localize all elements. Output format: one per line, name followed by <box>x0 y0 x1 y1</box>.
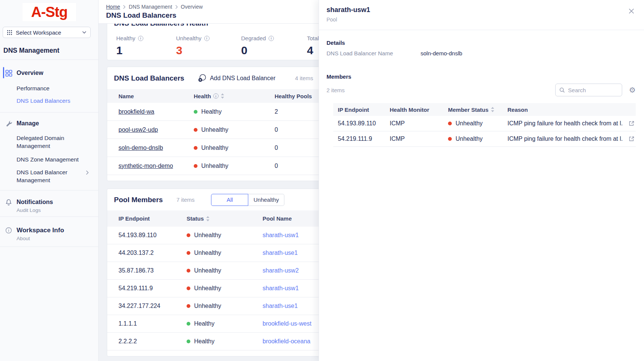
status-dot-unhealthy <box>194 146 197 150</box>
status-dot-unhealthy <box>187 269 190 273</box>
sidebar-item-audit-logs[interactable]: Audit Logs <box>17 207 41 213</box>
add-dns-load-balancer-button[interactable]: Add DNS Load Balancer <box>198 74 275 82</box>
info-icon[interactable] <box>138 36 143 41</box>
pool-members-count: 7 items <box>176 196 194 203</box>
pool-link[interactable]: sharath-usw1 <box>263 232 299 239</box>
lb-col-health[interactable]: Health <box>194 93 275 99</box>
member-ip: 54.193.89.110 <box>333 120 390 127</box>
ip-endpoint: 2.2.2.2 <box>107 338 187 345</box>
pool-link[interactable]: sharath-usw1 <box>263 285 299 292</box>
lb-link[interactable]: pool-usw2-udp <box>118 126 158 133</box>
sidebar-item-dns-zone[interactable]: DNS Zone Management <box>17 155 84 163</box>
sidebar-title: DNS Management <box>3 47 59 55</box>
sidebar-item-dns-lb-management[interactable]: DNS Load Balancer Management <box>17 168 84 184</box>
sort-icon <box>221 93 224 99</box>
grid-dots-icon <box>7 30 12 35</box>
pool-detail-drawer: sharath-usw1 Pool Details DNS Load Balan… <box>319 0 644 361</box>
lb-link[interactable]: soln-demo-dnslb <box>118 145 163 151</box>
status-dot-unhealthy <box>448 122 452 125</box>
sidebar: A-Stg Select Workspace DNS Management Ov… <box>0 0 99 361</box>
sidebar-item-manage-label: Manage <box>17 120 39 127</box>
pool-link[interactable]: brookfield-us-west <box>263 320 311 327</box>
sidebar-item-manage[interactable]: Manage <box>0 119 98 128</box>
breadcrumb-dns-management[interactable]: DNS Management <box>129 4 172 10</box>
member-reason: ICMP ping failure for health check from … <box>507 136 623 142</box>
m-col-health-monitor: Health Monitor <box>390 107 448 113</box>
lb-items-count: 4 items <box>295 75 313 81</box>
stat-degraded-label: Degraded <box>241 35 266 41</box>
sidebar-item-notifications[interactable]: Notifications <box>0 197 98 207</box>
ip-endpoint: 1.1.1.1 <box>107 320 187 327</box>
breadcrumb-overview[interactable]: Overview <box>181 4 203 10</box>
app-logo: A-Stg <box>23 3 76 21</box>
status-dot-healthy <box>187 322 190 326</box>
divider <box>0 112 98 113</box>
gear-icon[interactable]: ⚙ <box>629 86 636 94</box>
info-icon[interactable] <box>269 36 274 41</box>
stat-unhealthy-value: 3 <box>176 44 210 57</box>
status-dot-unhealthy <box>194 128 197 132</box>
pool-link[interactable]: sharath-use1 <box>263 303 298 309</box>
members-search[interactable] <box>555 84 622 96</box>
sort-icon <box>206 216 210 221</box>
stat-degraded: Degraded 0 <box>241 35 274 57</box>
logo-text: A-Stg <box>31 4 67 20</box>
filter-all-button[interactable]: All <box>211 194 248 206</box>
dns-lb-name-label: DNS Load Balancer Name <box>327 50 421 56</box>
status-dot-unhealthy <box>187 304 190 308</box>
sidebar-item-delegated-domain[interactable]: Delegated Domain Management <box>17 134 84 150</box>
sidebar-item-overview[interactable]: Overview <box>0 68 98 78</box>
ip-endpoint: 35.87.186.73 <box>107 267 187 274</box>
m-col-ip: IP Endpoint <box>333 107 390 113</box>
close-icon[interactable] <box>629 8 634 14</box>
stat-unhealthy: Unhealthy 3 <box>176 35 210 57</box>
status-dot-healthy <box>187 340 190 343</box>
breadcrumb-home-link[interactable]: Home <box>106 4 120 10</box>
m-col-reason: Reason <box>507 107 623 113</box>
divider <box>0 59 98 60</box>
info-icon[interactable] <box>204 36 210 41</box>
pm-col-status[interactable]: Status <box>187 215 263 222</box>
stat-total: Total 4 <box>307 35 319 57</box>
status-dot-unhealthy <box>448 137 452 141</box>
member-reason: ICMP ping failure for health check from … <box>507 120 623 127</box>
sidebar-item-performance[interactable]: Performance <box>17 84 84 92</box>
ip-endpoint: 54.193.89.110 <box>107 232 187 239</box>
sidebar-item-overview-label: Overview <box>17 70 43 76</box>
m-col-member-status[interactable]: Member Status <box>448 107 507 113</box>
add-dns-load-balancer-label: Add DNS Load Balancer <box>210 75 275 82</box>
ip-endpoint: 44.203.137.2 <box>107 250 187 256</box>
detail-row: DNS Load Balancer Name soln-demo-dnslb <box>327 50 462 56</box>
sidebar-item-workspace-info[interactable]: Workspace Info <box>0 225 98 235</box>
info-icon[interactable] <box>213 93 219 99</box>
members-controls: 2 items ⚙ <box>327 84 636 96</box>
status-dot-unhealthy <box>187 286 190 290</box>
workspace-selector[interactable]: Select Workspace <box>3 27 91 38</box>
members-section-title: Members <box>327 73 351 80</box>
divider <box>0 216 98 217</box>
search-input[interactable] <box>568 87 613 93</box>
members-count: 2 items <box>327 87 345 93</box>
lb-link[interactable]: brookfield-wa <box>118 108 154 115</box>
member-health-monitor: ICMP <box>390 120 448 127</box>
sidebar-item-dns-load-balancers[interactable]: DNS Load Balancers <box>17 97 84 105</box>
chevron-right-icon[interactable] <box>86 170 89 175</box>
external-link-icon[interactable] <box>629 136 634 142</box>
members-table-header: IP Endpoint Health Monitor Member Status… <box>333 103 636 116</box>
pool-link[interactable]: sharath-usw2 <box>263 267 299 274</box>
stat-unhealthy-label: Unhealthy <box>176 35 202 41</box>
lb-link[interactable]: synthetic-mon-demo <box>118 163 173 169</box>
sidebar-item-workspace-info-label: Workspace Info <box>17 227 64 234</box>
breadcrumb: Home DNS Management Overview <box>106 4 203 10</box>
pool-link[interactable]: sharath-use1 <box>263 250 298 256</box>
sort-icon <box>491 107 494 112</box>
sidebar-item-about[interactable]: About <box>17 236 30 241</box>
external-link-icon[interactable] <box>629 121 634 126</box>
dns-lb-name-value: soln-demo-dnslb <box>421 50 462 56</box>
chevron-down-icon <box>82 31 87 34</box>
member-ip: 54.219.111.9 <box>333 136 390 142</box>
drawer-title: sharath-usw1 <box>327 6 644 14</box>
filter-unhealthy-button[interactable]: Unhealthy <box>248 194 284 206</box>
workspace-selector-label: Select Workspace <box>16 29 82 36</box>
pool-link[interactable]: brookfield-oceana <box>263 338 310 345</box>
